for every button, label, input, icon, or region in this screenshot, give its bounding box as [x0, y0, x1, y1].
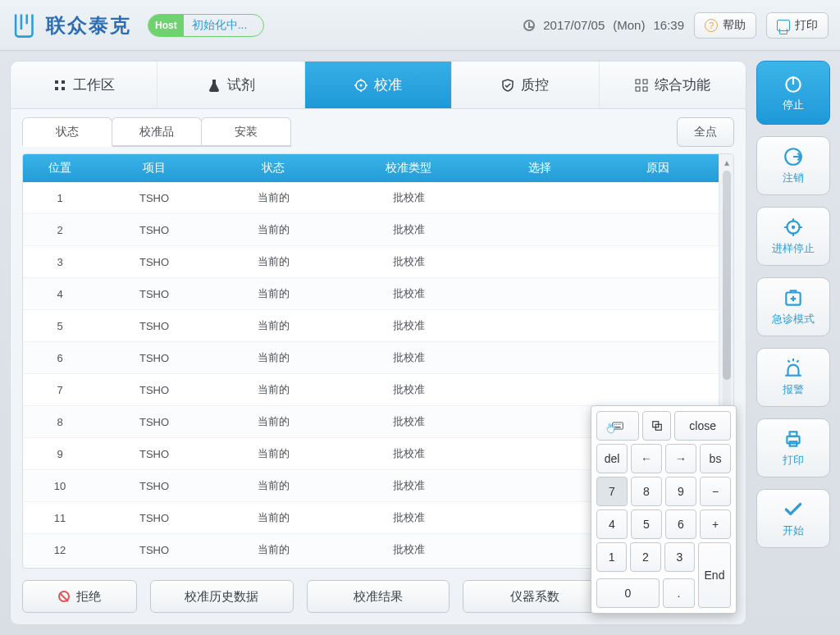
host-status-pill: Host 初始化中... [148, 14, 264, 37]
subtab-status[interactable]: 状态 [22, 117, 112, 147]
kp-plus-button[interactable]: + [700, 509, 731, 539]
th-select: 选择 [482, 154, 597, 182]
kp-2-button[interactable]: 2 [630, 542, 660, 572]
kp-right-button[interactable]: → [665, 444, 696, 473]
workspace-icon [53, 79, 66, 92]
tab-qc[interactable]: 质控 [452, 62, 599, 108]
cell-status: 当前的 [212, 438, 335, 470]
cell-reason [597, 374, 719, 406]
help-icon: ? [705, 19, 718, 32]
cell-pos: 12 [23, 534, 97, 566]
kp-move-button[interactable] [642, 411, 671, 441]
right-arrow-icon: → [675, 452, 687, 465]
tab-reagent-label: 试剂 [227, 75, 255, 94]
kp-6-button[interactable]: 6 [665, 509, 696, 539]
kp-9-button[interactable]: 9 [665, 477, 696, 506]
quandian-button[interactable]: 全点 [677, 117, 734, 147]
subtab-row: 状态 校准品 安装 全点 [11, 109, 746, 155]
stop-button[interactable]: 停止 [756, 61, 830, 125]
kp-7-button[interactable]: 7 [596, 477, 628, 506]
kp-5-button[interactable]: 5 [631, 509, 662, 539]
svg-point-21 [614, 424, 614, 425]
alarm-label: 报警 [783, 382, 804, 397]
logout-button[interactable]: 注销 [756, 136, 830, 195]
tab-workspace[interactable]: 工作区 [11, 62, 158, 108]
reject-button[interactable]: 拒绝 [22, 580, 137, 613]
table-row[interactable]: 3TSHO当前的批校准 [23, 246, 719, 278]
table-row[interactable]: 1TSHO当前的批校准 [23, 182, 719, 214]
cell-reason [597, 278, 719, 310]
subtab-install[interactable]: 安装 [201, 117, 291, 147]
kp-keyboard-button[interactable] [596, 411, 639, 441]
kp-4-button[interactable]: 4 [596, 509, 628, 539]
right-print-button[interactable]: 打印 [756, 418, 830, 477]
kp-dot-button[interactable]: . [663, 578, 695, 608]
kp-0-button[interactable]: 0 [596, 578, 660, 608]
kp-bs-button[interactable]: bs [700, 444, 731, 473]
svg-point-24 [619, 424, 620, 425]
cell-pos: 9 [23, 438, 97, 470]
scroll-thumb[interactable] [723, 171, 731, 380]
result-button[interactable]: 校准结果 [307, 580, 450, 613]
cell-type: 批校准 [335, 374, 482, 406]
table-row[interactable]: 6TSHO当前的批校准 [23, 342, 719, 374]
instrument-button[interactable]: 仪器系数 [463, 580, 606, 613]
cell-pos: 4 [23, 278, 97, 310]
brand-logo: 联众泰克 [11, 11, 131, 39]
svg-rect-9 [643, 87, 647, 91]
svg-rect-8 [636, 87, 640, 91]
cell-reason [597, 182, 719, 214]
kp-close-button[interactable]: close [674, 411, 731, 441]
emergency-icon [783, 287, 804, 308]
cell-pos: 5 [23, 310, 97, 342]
kp-del-button[interactable]: del [596, 444, 628, 473]
reject-icon [58, 591, 70, 602]
th-status: 状态 [212, 154, 335, 182]
alarm-icon [783, 358, 804, 379]
cell-item: TSHO [97, 246, 212, 278]
subtab-calibrator[interactable]: 校准品 [112, 117, 202, 147]
stop-label: 停止 [783, 98, 804, 112]
right-action-panel: 停止 注销 进样停止 急诊模式 报警 打印 开始 [756, 61, 830, 625]
cell-type: 批校准 [335, 310, 482, 342]
table-row[interactable]: 2TSHO当前的批校准 [23, 214, 719, 246]
cell-type: 批校准 [335, 438, 482, 470]
start-label: 开始 [783, 523, 804, 538]
table-row[interactable]: 4TSHO当前的批校准 [23, 278, 719, 310]
tab-functions[interactable]: 综合功能 [600, 62, 746, 108]
help-button[interactable]: ? 帮助 [694, 12, 756, 39]
cell-select [482, 278, 597, 310]
alarm-button[interactable]: 报警 [756, 348, 830, 407]
host-status-text: 初始化中... [184, 18, 264, 33]
svg-rect-0 [55, 80, 58, 84]
printer-icon [783, 428, 804, 450]
tab-reagent[interactable]: 试剂 [158, 62, 304, 108]
start-button[interactable]: 开始 [756, 489, 830, 548]
header-print-button[interactable]: 打印 [766, 12, 829, 39]
cell-type: 批校准 [335, 470, 482, 502]
cell-type: 批校准 [335, 246, 482, 278]
table-row[interactable]: 7TSHO当前的批校准 [23, 374, 719, 406]
svg-rect-3 [62, 87, 65, 90]
cell-status: 当前的 [212, 406, 335, 438]
kp-left-button[interactable]: ← [631, 444, 662, 473]
table-header-row: 位置 项目 状态 校准类型 选择 原因 [23, 154, 719, 182]
sample-stop-button[interactable]: 进样停止 [756, 207, 830, 266]
svg-point-14 [792, 226, 795, 229]
scroll-up-arrow[interactable]: ▴ [722, 158, 732, 167]
table-row[interactable]: 5TSHO当前的批校准 [23, 310, 719, 342]
kp-minus-button[interactable]: − [700, 477, 731, 506]
kp-3-button[interactable]: 3 [664, 542, 695, 572]
th-item: 项目 [97, 154, 212, 182]
target-icon [783, 217, 804, 238]
tab-calibrate[interactable]: 校准 [305, 62, 452, 108]
emergency-button[interactable]: 急诊模式 [756, 277, 830, 336]
kp-end-button[interactable]: End [698, 542, 731, 608]
th-type: 校准类型 [335, 154, 482, 182]
kp-1-button[interactable]: 1 [596, 542, 627, 572]
cell-select [482, 374, 597, 406]
kp-8-button[interactable]: 8 [631, 477, 662, 506]
history-button[interactable]: 校准历史数据 [150, 580, 294, 613]
brand-text: 联众泰克 [46, 12, 131, 39]
cell-reason [597, 310, 719, 342]
